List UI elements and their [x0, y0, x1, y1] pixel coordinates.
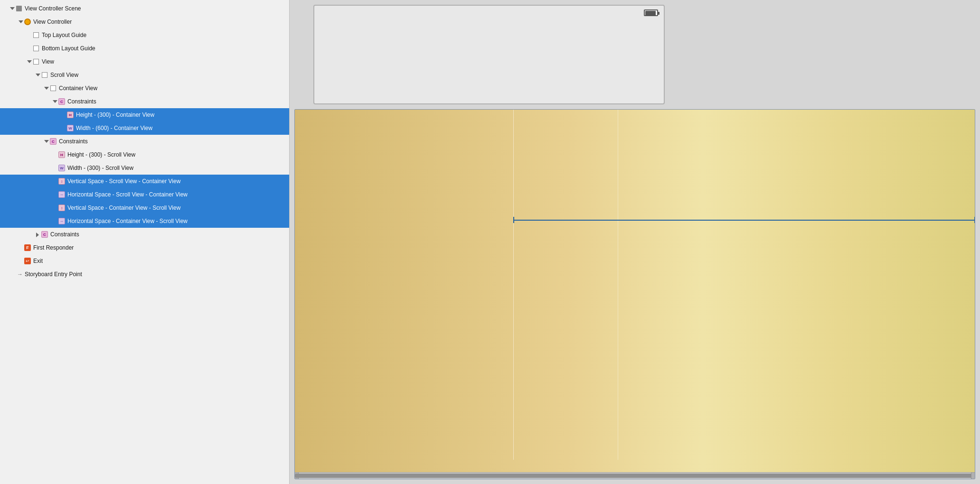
tree-item-bottom-layout[interactable]: Bottom Layout Guide	[0, 42, 289, 55]
horizontal-scrollbar[interactable]	[295, 472, 975, 479]
bottom-layout-icon	[32, 45, 40, 52]
no-chevron5	[51, 151, 58, 158]
first-responder-icon: F	[24, 244, 31, 251]
height-scroll-icon: H	[58, 151, 66, 158]
scrollbar-thumb[interactable]	[295, 474, 975, 478]
no-chevron7	[51, 178, 58, 185]
vert-space-cv-sc-label: Vertical Space - Container View - Scroll…	[67, 205, 289, 211]
canvas-divider-v2	[618, 110, 618, 460]
tree-item-constraints2[interactable]: C Constraints	[0, 135, 289, 148]
canvas-divider-v1	[513, 110, 514, 460]
vc-label: View Controller	[33, 19, 289, 25]
vc-icon	[24, 18, 31, 26]
tree-item-constraints1[interactable]: C Constraints	[0, 95, 289, 108]
tree-item-container-view[interactable]: Container View	[0, 82, 289, 95]
tree-item-height-container[interactable]: H Height - (300) - Container View	[0, 108, 289, 121]
constraints1-icon: C	[58, 98, 66, 105]
tree-item-width-scroll[interactable]: W Width - (300) - Scroll View	[0, 161, 289, 175]
tree-item-horiz-space-sc-cv[interactable]: ↔ Horizontal Space - Scroll View - Conta…	[0, 188, 289, 201]
tree-item-scene[interactable]: View Controller Scene	[0, 2, 289, 15]
exit-label: Exit	[33, 258, 289, 264]
height-container-icon: H	[66, 111, 74, 119]
scrollbar-right-handle[interactable]	[971, 473, 975, 479]
view-label: View	[42, 58, 289, 65]
canvas-area	[290, 0, 980, 484]
horiz-space-sc-cv-icon: ↔	[58, 191, 66, 198]
no-chevron10	[51, 218, 58, 224]
tree-item-top-layout[interactable]: Top Layout Guide	[0, 28, 289, 42]
no-chevron3	[60, 112, 66, 118]
chevron-vc	[17, 19, 24, 25]
width-container-icon: W	[66, 124, 74, 132]
svg-rect-0	[16, 6, 22, 11]
no-chevron4	[60, 125, 66, 131]
document-outline: View Controller Scene View Controller To…	[0, 0, 290, 484]
constraint-cap-right	[974, 217, 975, 223]
tree-item-horiz-space-cv-sc[interactable]: ↔ Horizontal Space - Container View - Sc…	[0, 214, 289, 228]
chevron-constraints2	[43, 138, 49, 145]
constraints3-icon: C	[41, 231, 48, 238]
horiz-space-cv-sc-icon: ↔	[58, 217, 66, 225]
bottom-layout-label: Bottom Layout Guide	[42, 45, 289, 52]
device-frame	[313, 5, 665, 104]
width-scroll-icon: W	[58, 164, 66, 172]
arrow-icon: →	[17, 271, 23, 278]
chevron-constraints1	[51, 98, 58, 105]
tree-item-exit[interactable]: ↩ Exit	[0, 254, 289, 268]
no-chevron11	[17, 244, 24, 251]
container-view-label: Container View	[59, 85, 289, 92]
tree-item-vert-space-cv-sc[interactable]: ↕ Vertical Space - Container View - Scro…	[0, 201, 289, 214]
tree-item-scroll-view[interactable]: Scroll View	[0, 68, 289, 82]
no-chevron8	[51, 191, 58, 198]
battery-fill	[645, 11, 656, 16]
tree-item-storyboard[interactable]: → Storyboard Entry Point	[0, 268, 289, 281]
top-layout-icon	[32, 31, 40, 39]
canvas-main-area[interactable]	[294, 109, 975, 479]
tree-item-vc[interactable]: View Controller	[0, 15, 289, 28]
vert-space-sc-cv-label: Vertical Space - Scroll View - Container…	[67, 178, 289, 185]
constraint-cap-left	[513, 217, 514, 223]
tree-item-constraints3[interactable]: C Constraints	[0, 228, 289, 241]
chevron-constraints3	[34, 231, 41, 238]
scroll-view-icon	[41, 71, 48, 79]
width-scroll-label: Width - (300) - Scroll View	[67, 165, 289, 171]
chevron-scroll-view	[34, 72, 41, 78]
exit-icon: ↩	[24, 257, 31, 265]
scene-icon	[15, 5, 23, 12]
container-view-icon	[49, 84, 57, 92]
constraints1-label: Constraints	[67, 98, 289, 105]
horiz-space-cv-sc-label: Horizontal Space - Container View - Scro…	[67, 218, 289, 224]
no-chevron	[26, 32, 32, 38]
top-layout-label: Top Layout Guide	[42, 32, 289, 38]
height-scroll-label: Height - (300) - Scroll View	[67, 151, 289, 158]
vert-space-cv-sc-icon: ↕	[58, 204, 66, 212]
constraints2-icon: C	[49, 138, 57, 145]
tree-item-width-container[interactable]: W Width - (600) - Container View	[0, 121, 289, 135]
first-responder-label: First Responder	[33, 244, 289, 251]
storyboard-label: Storyboard Entry Point	[25, 271, 289, 278]
scroll-view-canvas	[294, 109, 975, 479]
width-container-label: Width - (600) - Container View	[76, 125, 289, 131]
chevron-container-view	[43, 85, 49, 92]
no-chevron9	[51, 205, 58, 211]
no-chevron12	[17, 258, 24, 264]
tree-item-vert-space-sc-cv[interactable]: ↕ Vertical Space - Scroll View - Contain…	[0, 175, 289, 188]
no-chevron6	[51, 165, 58, 171]
constraints2-label: Constraints	[59, 138, 289, 145]
view-icon	[32, 58, 40, 65]
battery-icon	[644, 9, 658, 16]
height-container-label: Height - (300) - Container View	[76, 112, 289, 118]
tree-item-height-scroll[interactable]: H Height - (300) - Scroll View	[0, 148, 289, 161]
scroll-view-label: Scroll View	[50, 72, 289, 78]
constraints3-label: Constraints	[50, 231, 289, 238]
chevron-scene	[9, 5, 15, 12]
no-chevron2	[26, 45, 32, 52]
constraint-line-horizontal	[513, 220, 975, 221]
horiz-space-sc-cv-label: Horizontal Space - Scroll View - Contain…	[67, 191, 289, 198]
vert-space-sc-cv-icon: ↕	[58, 177, 66, 185]
scene-label: View Controller Scene	[25, 5, 289, 12]
tree-item-view[interactable]: View	[0, 55, 289, 68]
tree-item-first-responder[interactable]: F First Responder	[0, 241, 289, 254]
chevron-view	[26, 58, 32, 65]
